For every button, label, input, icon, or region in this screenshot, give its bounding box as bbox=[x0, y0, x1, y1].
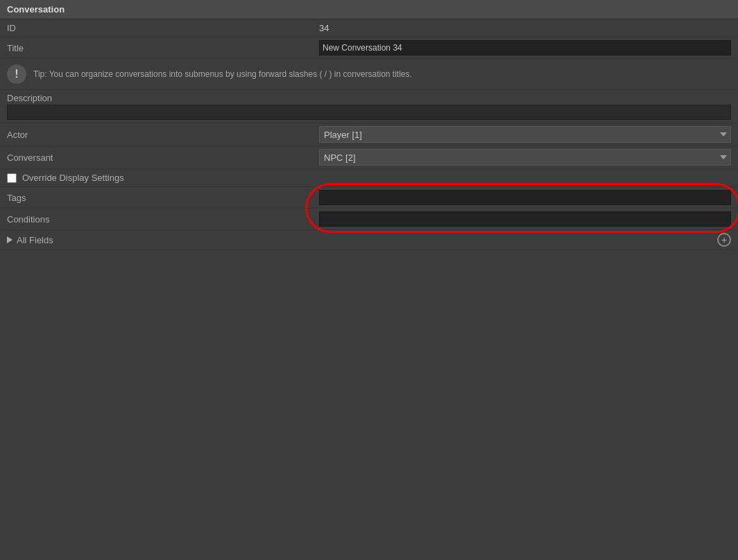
conditions-input[interactable] bbox=[319, 211, 731, 227]
description-label: Description bbox=[7, 93, 731, 103]
title-value bbox=[319, 40, 731, 55]
conversation-panel: Conversation ID 34 Title ! Tip: You can … bbox=[0, 0, 738, 250]
override-display-row: Override Display Settings bbox=[0, 169, 738, 187]
id-label: ID bbox=[7, 23, 319, 33]
id-row: ID 34 bbox=[0, 19, 738, 37]
all-fields-row: All Fields + bbox=[0, 230, 738, 250]
tags-conditions-container: Tags Conditions bbox=[0, 187, 738, 230]
description-input[interactable] bbox=[7, 105, 731, 120]
conversant-select-wrapper: Player [1] NPC [2] bbox=[319, 149, 731, 166]
conversant-label: Conversant bbox=[7, 152, 319, 163]
title-row: Title bbox=[0, 37, 738, 59]
panel-header: Conversation bbox=[0, 0, 738, 19]
conditions-row: Conditions bbox=[0, 209, 738, 230]
actor-select[interactable]: Player [1] NPC [2] bbox=[319, 126, 731, 143]
conversant-row: Conversant Player [1] NPC [2] bbox=[0, 146, 738, 169]
tip-icon: ! bbox=[7, 64, 26, 84]
description-row: Description bbox=[0, 90, 738, 123]
add-field-button[interactable]: + bbox=[717, 233, 731, 247]
conversant-select[interactable]: Player [1] NPC [2] bbox=[319, 149, 731, 166]
all-fields-label: All Fields bbox=[17, 235, 53, 245]
tip-text: Tip: You can organize conversations into… bbox=[33, 69, 412, 79]
tip-row: ! Tip: You can organize conversations in… bbox=[0, 59, 738, 90]
tags-input[interactable] bbox=[319, 190, 731, 205]
actor-select-wrapper: Player [1] NPC [2] bbox=[319, 126, 731, 143]
tags-row: Tags bbox=[0, 187, 738, 209]
plus-icon: + bbox=[721, 235, 727, 245]
all-fields-left: All Fields bbox=[7, 235, 53, 245]
override-display-label: Override Display Settings bbox=[22, 173, 124, 183]
actor-row: Actor Player [1] NPC [2] bbox=[0, 123, 738, 146]
expand-triangle-icon[interactable] bbox=[7, 236, 12, 243]
override-display-checkbox[interactable] bbox=[7, 173, 17, 183]
panel-title: Conversation bbox=[7, 4, 65, 15]
tags-label: Tags bbox=[7, 193, 319, 203]
title-input[interactable] bbox=[319, 40, 731, 55]
actor-label: Actor bbox=[7, 130, 319, 140]
id-value: 34 bbox=[319, 23, 731, 33]
title-label: Title bbox=[7, 43, 319, 53]
conditions-label: Conditions bbox=[7, 214, 319, 225]
